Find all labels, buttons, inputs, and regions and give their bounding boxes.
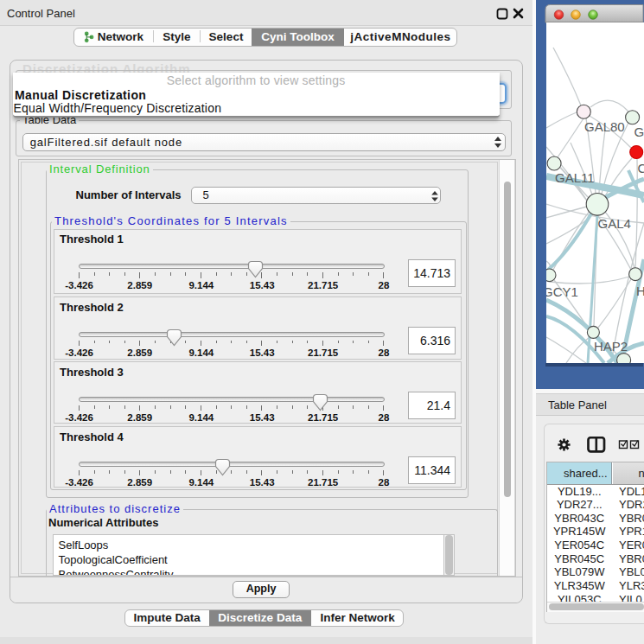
svg-text:CD: CD (638, 161, 644, 175)
svg-text:GA: GA (634, 124, 644, 139)
svg-text:HAP2: HAP2 (594, 339, 628, 354)
svg-text:H: H (636, 284, 644, 298)
svg-text:GAL4: GAL4 (598, 216, 631, 231)
svg-text:GCY1: GCY1 (546, 284, 578, 299)
svg-text:GAL11: GAL11 (555, 170, 595, 185)
svg-text:GAL80: GAL80 (584, 119, 625, 134)
